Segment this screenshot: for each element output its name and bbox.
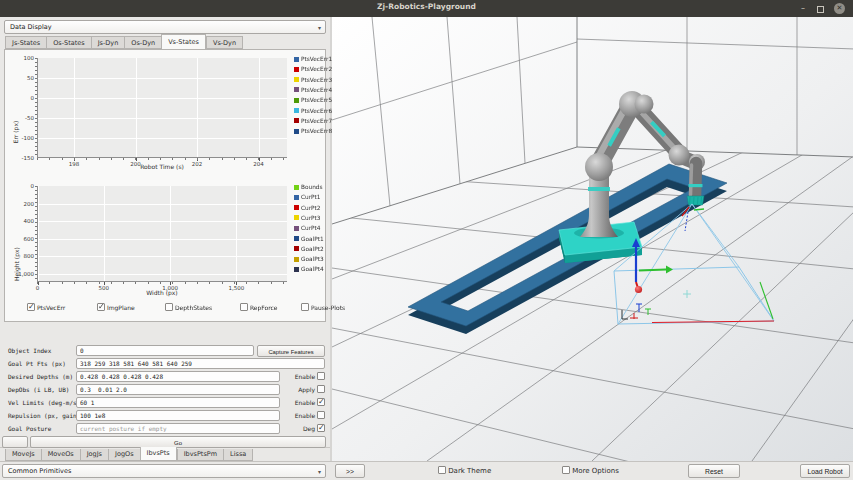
tab-vs-dyn[interactable]: Vs-Dyn [206, 36, 243, 49]
common-primitives-dropdown[interactable]: Common Primitives ▾ [2, 464, 326, 478]
plot-checkbox-ptsvecerr[interactable]: PtsVecErr [27, 303, 65, 313]
data-display-dropdown[interactable]: Data Display ▾ [4, 20, 326, 34]
legend-item: PtsVecErr7 [294, 118, 327, 126]
form-label: Goal Posture [8, 425, 51, 432]
tab-jogjs[interactable]: JogJs [80, 449, 108, 461]
dark-theme-checkbox[interactable]: Dark Theme [438, 466, 491, 475]
maximize-button[interactable] [814, 3, 826, 15]
go-button[interactable]: Go [30, 436, 326, 448]
gridline [74, 58, 75, 157]
legend-item: CurPt2 [294, 205, 327, 213]
command-tabs: MoveJsMoveOsJogJsJogOsIbvsPtsIbvsPtsPmLi… [5, 448, 253, 461]
checkbox-box[interactable] [240, 303, 248, 311]
tab-lissa[interactable]: Lissa [223, 449, 253, 461]
checkbox-box[interactable] [27, 303, 35, 311]
y-axis-label: Err (px) [12, 102, 20, 162]
form-input-goal-posture[interactable] [76, 423, 280, 434]
checkbox-box[interactable] [165, 303, 173, 311]
checkbox-box[interactable] [317, 424, 325, 432]
legend-item: PtsVecErr4 [294, 87, 327, 95]
plot-checkbox-depthstates[interactable]: DepthStates [165, 303, 212, 313]
capture-features-button[interactable]: Capture Features [257, 345, 325, 357]
y-tick-label: 100 [15, 55, 34, 62]
tab-js-states[interactable]: Js-States [5, 36, 46, 49]
checkbox-box[interactable] [97, 303, 105, 311]
legend-color-swatch [294, 118, 299, 123]
tab-ibvspts[interactable]: IbvsPts [140, 447, 177, 461]
tab-vs-states[interactable]: Vs-States [161, 34, 206, 49]
y-axis-label: Height (px) [13, 234, 21, 294]
common-primitives-label: Common Primitives [8, 467, 71, 475]
tab-os-dyn[interactable]: Os-Dyn [124, 36, 161, 49]
dark-theme-checkbox-box[interactable] [438, 466, 446, 474]
dark-theme-label: Dark Theme [448, 467, 491, 475]
legend-item: CurPt4 [294, 225, 327, 233]
form-row: Desired Depths (m)Enable [0, 371, 330, 383]
legend-color-swatch [294, 129, 299, 134]
legend-color-swatch [294, 195, 299, 200]
minor-ticks-y [35, 58, 37, 158]
more-options-checkbox-box[interactable] [562, 466, 570, 474]
gridline [38, 256, 287, 257]
checkbox-box[interactable] [301, 303, 309, 311]
form-trailing-checkbox[interactable]: Enable [295, 372, 325, 380]
legend-color-swatch [294, 257, 299, 262]
tab-os-states[interactable]: Os-States [46, 36, 90, 49]
x-axis-label: Robot Time (s) [37, 163, 287, 171]
reset-camera-button[interactable]: Reset Camera [688, 464, 740, 478]
tab-movejs[interactable]: MoveJs [5, 449, 41, 461]
spacer-button[interactable] [2, 436, 28, 448]
load-robot-button[interactable]: Load Robot [800, 464, 850, 478]
form-trailing-checkbox[interactable]: Enable [295, 398, 325, 406]
form-input-object-index[interactable] [76, 345, 254, 356]
minimize-button[interactable]: – [797, 3, 809, 15]
scene-canvas[interactable] [332, 17, 853, 461]
checkbox-box[interactable] [317, 398, 325, 406]
chart-plot-area [37, 186, 287, 282]
form-row: Goal PostureDeg [0, 423, 330, 435]
plot-checkbox-repforce[interactable]: RepForce [240, 303, 278, 313]
legend-color-swatch [294, 267, 299, 272]
form-trailing-checkbox[interactable]: Apply [298, 385, 325, 393]
gridline [38, 138, 287, 139]
form-input-desired-depths-m-[interactable] [76, 371, 280, 382]
window-title: Zj-Robotics-Playground [0, 2, 853, 11]
form-input-depobs-i-lb-ub-[interactable] [76, 384, 280, 395]
vs-states-tab-content: 100500-50-100-150198200202204Robot Time … [4, 49, 326, 322]
tab-moveos[interactable]: MoveOs [41, 449, 80, 461]
expand-panel-button[interactable]: >> [335, 464, 365, 478]
legend-item: PtsVecErr8 [294, 128, 327, 136]
legend-color-swatch [294, 87, 299, 92]
plot-checkbox-imgplane[interactable]: ImgPlane [97, 303, 135, 313]
legend-item: PtsVecErr2 [294, 66, 327, 74]
more-options-checkbox[interactable]: More Options [562, 466, 619, 475]
form-trailing-checkbox[interactable]: Deg [303, 424, 325, 432]
checkbox-box[interactable] [317, 385, 325, 393]
gridline [38, 204, 287, 205]
gridline [170, 186, 171, 281]
checkbox-box[interactable] [317, 372, 325, 380]
checkbox-box[interactable] [317, 411, 325, 419]
legend-color-swatch [294, 246, 299, 251]
form-input-goal-pt-fts-px-[interactable] [76, 358, 325, 369]
ibvs-form: Object IndexCapture FeaturesGoal Pt Fts … [0, 345, 330, 450]
tab-jogos[interactable]: JogOs [108, 449, 140, 461]
joint-ring-icon [588, 187, 610, 191]
tab-js-dyn[interactable]: Js-Dyn [91, 36, 125, 49]
legend-item: GoalPt3 [294, 256, 327, 264]
close-button[interactable]: ✕ [834, 3, 845, 14]
form-input-vel-limits-deg-m-s-[interactable] [76, 397, 280, 408]
form-label: Object Index [8, 347, 51, 354]
legend-item: Bounds [294, 184, 327, 192]
legend-color-swatch [294, 98, 299, 103]
form-trailing-checkbox[interactable]: Enable [295, 411, 325, 419]
legend-color-swatch [294, 67, 299, 72]
tab-ibvsptspm[interactable]: IbvsPtsPm [177, 449, 223, 461]
legend-color-swatch [294, 236, 299, 241]
plot-checkbox-pause-plots[interactable]: Pause-Plots [301, 303, 345, 313]
form-input-repulsion-px-gain-[interactable] [76, 410, 280, 421]
form-label: Desired Depths (m) [8, 373, 73, 380]
x-axis-label: Width (px) [37, 289, 287, 297]
bottom-bar: Common Primitives ▾ >> Dark Theme More O… [0, 461, 853, 480]
viewport-3d[interactable] [330, 17, 853, 461]
